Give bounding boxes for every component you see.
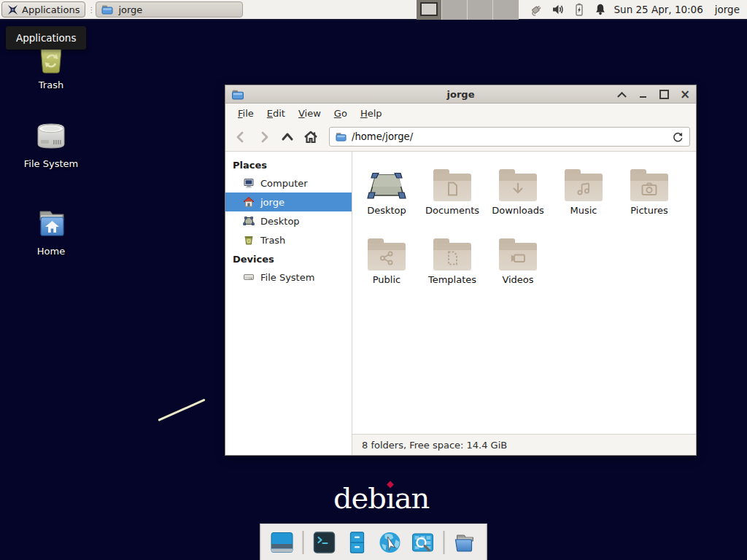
folder-icon: [499, 243, 537, 271]
sidebar-item-trash[interactable]: Trash: [225, 230, 352, 249]
home-icon: [243, 196, 255, 208]
home-icon: [303, 129, 319, 145]
taskbar-window-button[interactable]: jorge: [96, 1, 243, 18]
workspace-4[interactable]: [493, 0, 518, 20]
app-finder-launcher[interactable]: [411, 530, 436, 555]
panel-username[interactable]: jorge: [715, 4, 740, 15]
sidebar-item-desktop[interactable]: Desktop: [225, 211, 352, 230]
file-label: Templates: [428, 274, 476, 285]
show-desktop-icon: [271, 532, 294, 553]
volume-icon[interactable]: [551, 3, 565, 16]
applications-tooltip: Applications: [6, 26, 86, 50]
panel-clock[interactable]: Sun 25 Apr, 10:06: [614, 4, 703, 15]
workspace-1[interactable]: [417, 0, 442, 20]
terminal-icon: [313, 531, 336, 554]
folder-icon: [433, 243, 471, 271]
trash-icon: [243, 234, 255, 246]
file-item-public[interactable]: Public: [354, 231, 419, 300]
battery-charging-icon[interactable]: [573, 3, 586, 16]
menu-view[interactable]: View: [292, 105, 328, 122]
terminal-launcher[interactable]: [312, 530, 337, 555]
window-titlebar[interactable]: jorge ×: [225, 85, 696, 104]
file-item-downloads[interactable]: Downloads: [485, 162, 551, 231]
dock-separator: [444, 531, 445, 554]
home-folder-icon: [33, 206, 69, 241]
notifications-bell-icon[interactable]: [594, 3, 607, 16]
debian-logo: debıan: [333, 481, 429, 515]
minimize-button[interactable]: [638, 89, 648, 99]
location-bar[interactable]: /home/jorge/: [329, 127, 690, 147]
folder-icon: [453, 531, 478, 554]
file-item-pictures[interactable]: Pictures: [616, 162, 682, 231]
close-button[interactable]: ×: [680, 89, 690, 99]
workspace-3[interactable]: [468, 0, 493, 20]
file-item-documents[interactable]: Documents: [419, 162, 485, 231]
applications-menu-button[interactable]: Applications: [1, 1, 85, 18]
sidebar-item-file-system[interactable]: File System: [225, 268, 352, 287]
folder-icon: [101, 4, 113, 15]
file-cabinet-icon: [346, 531, 369, 554]
maximize-button[interactable]: [659, 89, 669, 99]
drive-icon: [243, 271, 255, 283]
workspace-pager[interactable]: [417, 0, 519, 20]
location-input[interactable]: /home/jorge/: [352, 131, 667, 142]
desktop-icon: [243, 215, 255, 227]
workspace-window-thumb: [420, 2, 438, 16]
sidebar-item-label: Desktop: [260, 216, 300, 227]
menu-edit[interactable]: Edit: [260, 105, 292, 122]
network-wired-icon[interactable]: [529, 3, 543, 16]
menu-go[interactable]: Go: [328, 105, 354, 122]
sidebar-header-places: Places: [225, 155, 352, 174]
menu-file[interactable]: File: [231, 105, 260, 122]
shade-button[interactable]: [616, 89, 627, 99]
file-manager-launcher[interactable]: [345, 530, 370, 555]
file-item-desktop[interactable]: Desktop: [354, 162, 419, 231]
sidebar: Places Computer jorge: [225, 152, 352, 455]
file-item-videos[interactable]: Videos: [485, 231, 551, 300]
applications-menu-label: Applications: [22, 4, 80, 15]
desktop-icon-file-system[interactable]: File System: [18, 117, 85, 169]
computer-icon: [243, 177, 255, 189]
web-browser-launcher[interactable]: [378, 530, 403, 555]
status-text: 8 folders, Free space: 14.4 GiB: [362, 440, 507, 451]
menu-help[interactable]: Help: [354, 105, 389, 122]
directory-menu-launcher[interactable]: [453, 530, 478, 555]
back-button[interactable]: [231, 128, 250, 147]
file-item-templates[interactable]: Templates: [419, 231, 485, 300]
home-button[interactable]: [301, 128, 320, 147]
reload-icon[interactable]: [672, 131, 684, 143]
sidebar-item-label: File System: [260, 272, 314, 283]
workspace-2[interactable]: [442, 0, 468, 20]
desktop-icon-label: Home: [18, 246, 85, 257]
sidebar-item-computer[interactable]: Computer: [225, 174, 352, 192]
folder-icon: [433, 174, 471, 201]
folder-icon: [630, 174, 668, 201]
desktop-icon-home[interactable]: Home: [18, 204, 85, 257]
dock: [260, 524, 487, 560]
file-view[interactable]: Desktop Documents: [352, 152, 696, 434]
folder-icon: [565, 174, 603, 201]
sidebar-item-label: Computer: [260, 178, 308, 189]
panel-separator-grip: ⋮: [88, 6, 93, 14]
toolbar: /home/jorge/: [225, 122, 696, 152]
status-bar: 8 folders, Free space: 14.4 GiB: [352, 434, 696, 455]
app-finder-icon: [411, 531, 435, 554]
cursor-trail-artifact: [158, 399, 205, 421]
file-label: Videos: [502, 274, 533, 285]
dock-separator: [303, 531, 304, 554]
sidebar-item-jorge[interactable]: jorge: [225, 192, 352, 211]
up-icon: [279, 129, 295, 145]
desktop-icon: [366, 169, 407, 201]
folder-icon: [368, 243, 406, 271]
file-item-music[interactable]: Music: [551, 162, 616, 231]
forward-button[interactable]: [255, 128, 274, 147]
sidebar-item-label: jorge: [260, 197, 285, 208]
folder-icon: [336, 131, 347, 142]
hard-drive-icon: [33, 118, 69, 153]
file-label: Pictures: [630, 205, 667, 216]
up-button[interactable]: [278, 128, 297, 147]
sidebar-header-devices: Devices: [225, 249, 352, 268]
file-label: Downloads: [492, 205, 543, 216]
show-desktop-button[interactable]: [270, 530, 295, 555]
system-tray: [529, 3, 607, 16]
